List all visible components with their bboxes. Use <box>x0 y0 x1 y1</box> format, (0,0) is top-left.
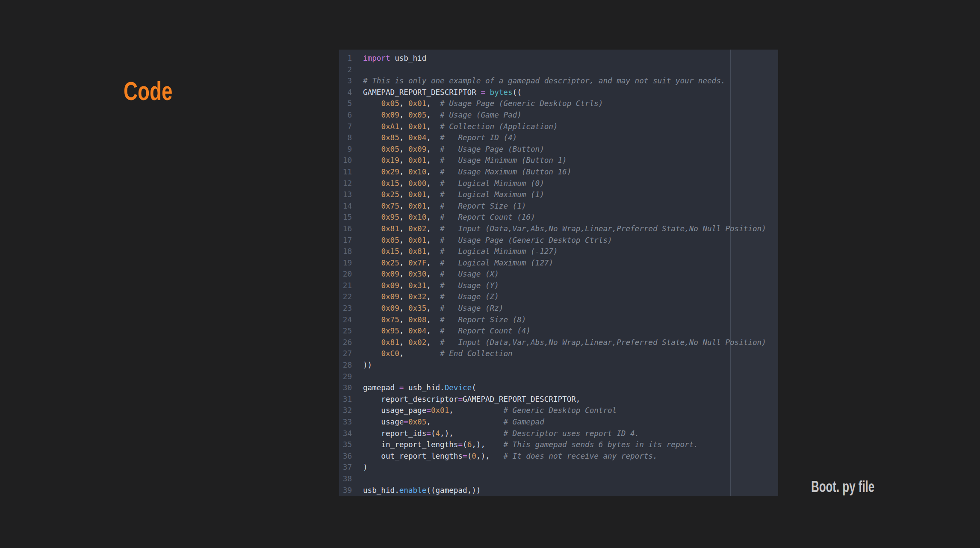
code-text: # This is only one example of a gamepad … <box>363 75 725 87</box>
code-text: 0x09, 0x32, # Usage (Z) <box>363 291 499 303</box>
code-text: 0x05, 0x09, # Usage Page (Button) <box>363 144 544 155</box>
code-text: gamepad = usb_hid.Device( <box>363 382 476 394</box>
line-number: 35 <box>339 439 352 451</box>
line-number: 17 <box>339 235 352 246</box>
line-number: 10 <box>339 155 352 166</box>
code-line: 2 <box>339 64 778 76</box>
code-line: 28)) <box>339 359 778 371</box>
code-line: 4GAMEPAD_REPORT_DESCRIPTOR = bytes(( <box>339 87 778 98</box>
code-text: import usb_hid <box>363 53 426 64</box>
code-line: 7 0xA1, 0x01, # Collection (Application) <box>339 121 778 133</box>
code-text: 0x25, 0x7F, # Logical Maximum (127) <box>363 257 553 269</box>
line-number: 13 <box>339 189 352 200</box>
code-line: 1import usb_hid <box>339 53 778 64</box>
code-line: 23 0x09, 0x35, # Usage (Rz) <box>339 303 778 314</box>
line-number: 25 <box>339 325 352 337</box>
code-line: 32 usage_page=0x01, # Generic Desktop Co… <box>339 405 778 416</box>
code-line: 9 0x05, 0x09, # Usage Page (Button) <box>339 144 778 155</box>
code-line: 11 0x29, 0x10, # Usage Maximum (Button 1… <box>339 166 778 178</box>
code-text: report_ids=(4,), # Descriptor uses repor… <box>363 428 639 439</box>
code-text: usage=0x05, # Gamepad <box>363 416 544 428</box>
code-text: 0x81, 0x02, # Input (Data,Var,Abs,No Wra… <box>363 337 766 348</box>
line-number: 5 <box>339 98 352 109</box>
code-line: 22 0x09, 0x32, # Usage (Z) <box>339 291 778 303</box>
code-line: 38 <box>339 473 778 485</box>
line-number: 33 <box>339 416 352 428</box>
code-text: 0x15, 0x81, # Logical Minimum (-127) <box>363 246 558 257</box>
code-text: 0x95, 0x10, # Report Count (16) <box>363 212 535 223</box>
code-line: 16 0x81, 0x02, # Input (Data,Var,Abs,No … <box>339 223 778 235</box>
line-number: 23 <box>339 303 352 314</box>
line-number: 22 <box>339 291 352 303</box>
page-title: Code <box>124 78 172 104</box>
code-line: 8 0x85, 0x04, # Report ID (4) <box>339 132 778 144</box>
line-number: 2 <box>339 64 352 76</box>
line-number: 8 <box>339 132 352 144</box>
line-number: 6 <box>339 109 352 121</box>
code-line: 20 0x09, 0x30, # Usage (X) <box>339 268 778 280</box>
code-line: 34 report_ids=(4,), # Descriptor uses re… <box>339 428 778 439</box>
code-line: 26 0x81, 0x02, # Input (Data,Var,Abs,No … <box>339 337 778 348</box>
code-text: 0x81, 0x02, # Input (Data,Var,Abs,No Wra… <box>363 223 766 235</box>
code-text: 0x05, 0x01, # Usage Page (Generic Deskto… <box>363 235 612 246</box>
line-number: 34 <box>339 428 352 439</box>
code-text: 0x75, 0x01, # Report Size (1) <box>363 200 526 212</box>
code-text: usb_hid.enable((gamepad,)) <box>363 485 481 496</box>
code-text: 0x19, 0x01, # Usage Minimum (Button 1) <box>363 155 567 166</box>
line-number: 37 <box>339 462 352 473</box>
code-line: 31 report_descriptor=GAMEPAD_REPORT_DESC… <box>339 394 778 405</box>
line-number: 26 <box>339 337 352 348</box>
line-number: 12 <box>339 178 352 189</box>
code-text: 0x09, 0x30, # Usage (X) <box>363 268 499 280</box>
code-text: 0x15, 0x00, # Logical Minimum (0) <box>363 178 544 189</box>
code-line: 18 0x15, 0x81, # Logical Minimum (-127) <box>339 246 778 257</box>
code-text: 0x05, 0x01, # Usage Page (Generic Deskto… <box>363 98 603 109</box>
line-number: 11 <box>339 166 352 178</box>
line-number: 19 <box>339 257 352 269</box>
code-text: 0xC0, # End Collection <box>363 348 513 359</box>
code-text: ) <box>363 462 368 473</box>
code-text: 0x09, 0x35, # Usage (Rz) <box>363 303 503 314</box>
code-line: 37) <box>339 462 778 473</box>
code-line: 30gamepad = usb_hid.Device( <box>339 382 778 394</box>
line-number: 16 <box>339 223 352 235</box>
line-number: 7 <box>339 121 352 133</box>
code-text: GAMEPAD_REPORT_DESCRIPTOR = bytes(( <box>363 87 522 98</box>
code-line: 39usb_hid.enable((gamepad,)) <box>339 485 778 496</box>
code-line: 14 0x75, 0x01, # Report Size (1) <box>339 200 778 212</box>
line-number: 38 <box>339 473 352 485</box>
code-line: 24 0x75, 0x08, # Report Size (8) <box>339 314 778 326</box>
code-line: 35 in_report_lengths=(6,), # This gamepa… <box>339 439 778 451</box>
line-number: 31 <box>339 394 352 405</box>
code-text: 0x75, 0x08, # Report Size (8) <box>363 314 526 326</box>
code-text: )) <box>363 359 372 371</box>
code-line: 21 0x09, 0x31, # Usage (Y) <box>339 280 778 292</box>
line-number: 18 <box>339 246 352 257</box>
line-number: 28 <box>339 359 352 371</box>
line-number: 29 <box>339 371 352 383</box>
code-text: 0x25, 0x01, # Logical Maximum (1) <box>363 189 544 200</box>
code-line: 15 0x95, 0x10, # Report Count (16) <box>339 212 778 223</box>
code-line: 12 0x15, 0x00, # Logical Minimum (0) <box>339 178 778 189</box>
line-number: 39 <box>339 485 352 496</box>
code-text: usage_page=0x01, # Generic Desktop Contr… <box>363 405 617 416</box>
line-number: 20 <box>339 268 352 280</box>
code-line: 10 0x19, 0x01, # Usage Minimum (Button 1… <box>339 155 778 166</box>
code-line: 3# This is only one example of a gamepad… <box>339 75 778 87</box>
code-text: 0x09, 0x31, # Usage (Y) <box>363 280 499 292</box>
code-text: 0x85, 0x04, # Report ID (4) <box>363 132 517 144</box>
line-number: 14 <box>339 200 352 212</box>
line-number: 3 <box>339 75 352 87</box>
code-line: 13 0x25, 0x01, # Logical Maximum (1) <box>339 189 778 200</box>
code-line: 6 0x09, 0x05, # Usage (Game Pad) <box>339 109 778 121</box>
code-text: out_report_lengths=(0,), # It does not r… <box>363 451 658 462</box>
code-line: 5 0x05, 0x01, # Usage Page (Generic Desk… <box>339 98 778 109</box>
line-number: 27 <box>339 348 352 359</box>
line-number: 32 <box>339 405 352 416</box>
code-line: 17 0x05, 0x01, # Usage Page (Generic Des… <box>339 235 778 246</box>
line-number: 30 <box>339 382 352 394</box>
line-number: 4 <box>339 87 352 98</box>
code-text: 0x29, 0x10, # Usage Maximum (Button 16) <box>363 166 571 178</box>
code-text: 0x95, 0x04, # Report Count (4) <box>363 325 531 337</box>
line-number: 15 <box>339 212 352 223</box>
